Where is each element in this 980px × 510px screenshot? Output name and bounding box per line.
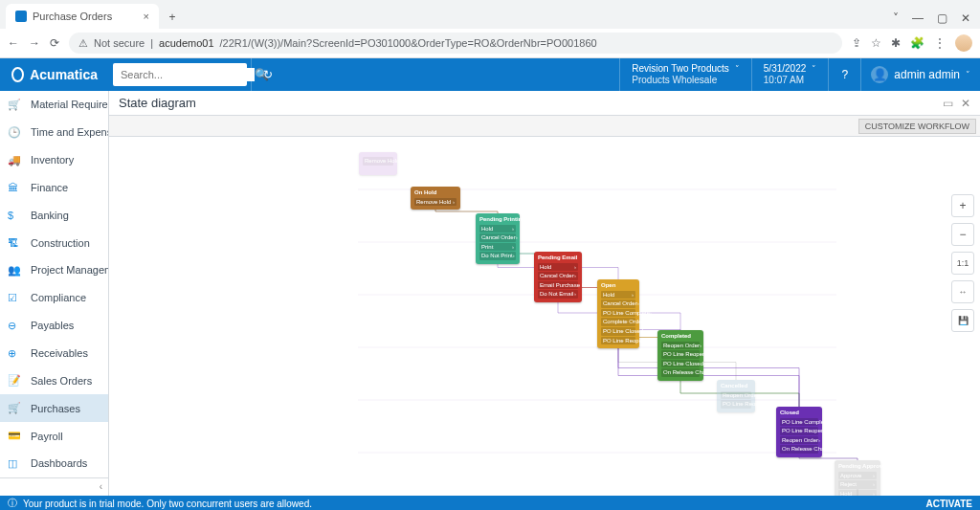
sidebar-item-receivables[interactable]: ⊕Receivables bbox=[0, 340, 108, 367]
state-action[interactable]: PO Line Reopened› bbox=[780, 427, 818, 435]
new-tab-button[interactable]: + bbox=[161, 6, 184, 29]
minimize-icon[interactable]: — bbox=[912, 11, 924, 25]
sidebar-item-compliance[interactable]: ☑Compliance bbox=[0, 284, 108, 312]
star-icon[interactable]: ☆ bbox=[871, 36, 881, 50]
sidebar-item-payroll[interactable]: 💳Payroll bbox=[0, 422, 108, 450]
state-action[interactable]: Hold› bbox=[479, 225, 516, 233]
state-node-open[interactable]: OpenHold›Cancel Order›PO Line Complete›C… bbox=[597, 279, 639, 348]
state-action[interactable]: PO Line Reopen› bbox=[721, 400, 751, 409]
state-action[interactable]: PO Line Completed› bbox=[780, 418, 818, 427]
favicon-icon bbox=[15, 11, 27, 22]
state-title: Pending Email bbox=[538, 255, 578, 261]
workflow-canvas[interactable]: Remove Hold›On HoldRemove Hold›Pending P… bbox=[109, 137, 980, 496]
state-action[interactable]: Cancel Order› bbox=[538, 272, 578, 280]
state-action[interactable]: Email Purchase Order› bbox=[538, 281, 578, 290]
browser-tab[interactable]: Purchase Orders × bbox=[6, 4, 159, 29]
state-action[interactable]: Hold› bbox=[838, 490, 877, 496]
state-node-pemail[interactable]: Pending EmailHold›Cancel Order›Email Pur… bbox=[534, 252, 582, 302]
state-action[interactable]: Do Not Email› bbox=[538, 290, 578, 299]
close-window-icon[interactable]: ✕ bbox=[961, 11, 970, 25]
sidebar-item-dashboards[interactable]: ◫Dashboards bbox=[0, 450, 108, 477]
clock-icon: 🕒 bbox=[8, 126, 23, 139]
tenant-selector[interactable]: Revision Two Products˅ Products Wholesal… bbox=[619, 58, 751, 91]
activate-link[interactable]: ACTIVATE bbox=[925, 499, 972, 509]
state-node-pprint[interactable]: Pending PrintingHold›Cancel Order›Print›… bbox=[476, 213, 520, 264]
user-menu[interactable]: 👤 admin admin ˅ bbox=[860, 58, 980, 91]
menu-icon[interactable]: ⋮ bbox=[934, 36, 946, 50]
sidebar-item-time-and-expenses[interactable]: 🕒Time and Expenses bbox=[0, 119, 108, 146]
chevron-down-icon: ˅ bbox=[812, 64, 816, 75]
state-action[interactable]: Remove Hold› bbox=[363, 157, 393, 166]
state-action[interactable]: Reject› bbox=[838, 480, 877, 489]
help-button[interactable]: ? bbox=[828, 58, 860, 91]
state-action[interactable]: Print› bbox=[479, 243, 516, 252]
chevron-down-icon[interactable]: ˅ bbox=[893, 11, 899, 25]
state-action[interactable]: Do Not Print› bbox=[479, 252, 516, 260]
state-title: Closed bbox=[780, 410, 818, 416]
tenant-line1: Revision Two Products bbox=[632, 63, 729, 75]
state-node-onhold[interactable]: On HoldRemove Hold› bbox=[411, 187, 460, 210]
url-path: /22R1/(W(3))/Main?ScreenId=PO301000&Orde… bbox=[220, 37, 597, 49]
puzzle-icon[interactable]: 🧩 bbox=[910, 36, 924, 50]
state-node-completed[interactable]: CompletedReopen Order›PO Line Reopened›P… bbox=[657, 330, 703, 381]
state-node-cancelled[interactable]: CancelledReopen Order›PO Line Reopen› bbox=[717, 380, 755, 412]
maximize-icon[interactable]: ▢ bbox=[937, 11, 947, 25]
forward-icon[interactable]: → bbox=[29, 36, 40, 50]
reload-icon[interactable]: ⟳ bbox=[50, 36, 59, 50]
sidebar-item-banking[interactable]: $Banking bbox=[0, 201, 108, 229]
close-tab-icon[interactable]: × bbox=[144, 11, 149, 22]
sidebar-item-material-requirem[interactable]: 🛒Material Requirem... bbox=[0, 91, 108, 119]
sidebar-item-payables[interactable]: ⊖Payables bbox=[0, 312, 108, 340]
extension-icon[interactable]: ✱ bbox=[891, 36, 901, 50]
zoom-out-button[interactable]: − bbox=[951, 223, 974, 246]
state-action[interactable]: On Release Change Order› bbox=[780, 445, 818, 454]
customize-workflow-button[interactable]: CUSTOMIZE WORKFLOW bbox=[858, 119, 976, 134]
sidebar-item-construction[interactable]: 🏗Construction bbox=[0, 229, 108, 256]
dollar-icon: $ bbox=[8, 210, 23, 221]
state-node-faint1[interactable]: Remove Hold› bbox=[359, 152, 397, 175]
people-icon: 👥 bbox=[8, 264, 23, 277]
state-node-papprov[interactable]: Pending ApprovalApprove›Reject›Hold› bbox=[835, 460, 880, 496]
state-action[interactable]: PO Line Reopen› bbox=[601, 337, 635, 345]
share-icon[interactable]: ⇪ bbox=[852, 36, 861, 50]
sidebar-item-project-management[interactable]: 👥Project Management bbox=[0, 256, 108, 284]
state-action[interactable]: Complete Order› bbox=[601, 318, 635, 326]
state-action[interactable]: Reopen Order› bbox=[721, 391, 751, 400]
state-action[interactable]: PO Line Closed› bbox=[661, 360, 700, 368]
state-action[interactable]: PO Line Closed› bbox=[601, 327, 635, 336]
state-action[interactable]: Remove Hold› bbox=[414, 198, 457, 207]
sidebar-item-inventory[interactable]: 🚚Inventory bbox=[0, 146, 108, 174]
state-action[interactable]: Approve› bbox=[838, 472, 877, 480]
minus-icon: ⊖ bbox=[8, 320, 23, 332]
state-action[interactable]: Hold› bbox=[601, 291, 635, 299]
fit-width-button[interactable]: ↔ bbox=[951, 280, 974, 303]
zoom-in-button[interactable]: + bbox=[951, 194, 974, 217]
bank-icon: 🏛 bbox=[8, 182, 23, 193]
refresh-button[interactable]: ↻ bbox=[251, 58, 283, 91]
state-action[interactable]: On Release Change Order› bbox=[661, 368, 700, 377]
state-action[interactable]: PO Line Complete› bbox=[601, 309, 635, 318]
sidebar-item-purchases[interactable]: 🛒Purchases bbox=[0, 394, 108, 422]
collapse-sidebar-button[interactable]: ‹ bbox=[0, 477, 108, 496]
state-action[interactable]: Hold› bbox=[538, 263, 578, 272]
state-title: Completed bbox=[661, 333, 700, 340]
state-action[interactable]: Cancel Order› bbox=[601, 299, 635, 308]
address-bar[interactable]: ⚠ Not secure | acudemo01 /22R1/(W(3))/Ma… bbox=[69, 33, 842, 54]
search-field[interactable] bbox=[119, 68, 255, 81]
state-action[interactable]: PO Line Reopened› bbox=[661, 350, 700, 359]
state-action[interactable]: Reopen Order› bbox=[780, 436, 818, 445]
zoom-reset-button[interactable]: 1:1 bbox=[951, 252, 974, 275]
sidebar-item-finance[interactable]: 🏛Finance bbox=[0, 174, 108, 202]
date-selector[interactable]: 5/31/2022˅ 10:07 AM bbox=[751, 58, 829, 91]
state-node-closed[interactable]: ClosedPO Line Completed›PO Line Reopened… bbox=[776, 407, 822, 457]
save-diagram-button[interactable]: 💾 bbox=[951, 309, 974, 332]
popout-icon[interactable]: ▭ bbox=[943, 97, 953, 110]
close-icon[interactable]: ✕ bbox=[961, 97, 970, 110]
sidebar-item-sales-orders[interactable]: 📝Sales Orders bbox=[0, 366, 108, 394]
state-action[interactable]: Cancel Order› bbox=[479, 233, 516, 242]
back-icon[interactable]: ← bbox=[8, 36, 19, 50]
brand[interactable]: Acumatica bbox=[0, 58, 109, 91]
search-input[interactable]: 🔍 bbox=[113, 63, 247, 86]
profile-avatar[interactable] bbox=[955, 34, 972, 52]
state-action[interactable]: Reopen Order› bbox=[661, 342, 700, 350]
